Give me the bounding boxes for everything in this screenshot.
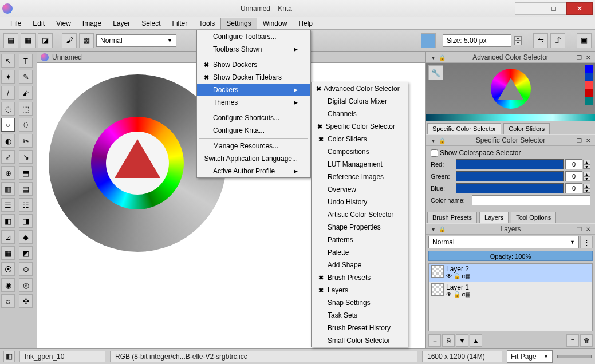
add-layer-button[interactable]: ＋ [428,334,441,347]
layer-item[interactable]: Layer 2👁 🔓 α▦ [429,264,592,282]
tool-9[interactable]: ⬯ [19,118,33,132]
size-down[interactable]: ▼ [514,41,522,45]
workspace-icon[interactable]: ▣ [577,33,592,48]
menuitem-reference-images[interactable]: Reference Images [312,171,408,183]
menuitem-show-dockers[interactable]: ✖Show Dockers [197,58,310,71]
close-button[interactable]: ✕ [566,2,593,15]
menuitem-configure-krita-[interactable]: Configure Krita... [197,124,310,137]
tool-15[interactable]: ⬒ [19,166,33,180]
menuitem-configure-shortcuts-[interactable]: Configure Shortcuts... [197,112,310,124]
tool-17[interactable]: ▤ [19,182,33,196]
menuitem-lut-management[interactable]: LUT Management [312,158,408,171]
tool-20[interactable]: ◧ [1,214,15,228]
blend-mode-combo[interactable]: Normal ▼ [96,34,176,47]
zoom-combo[interactable]: Fit Page▼ [507,350,553,363]
layer-blend-combo[interactable]: Normal▼ [428,236,579,248]
mirror-v-icon[interactable]: ⇵ [550,33,565,48]
menu-settings[interactable]: Settings [220,18,257,29]
menuitem-add-shape[interactable]: Add Shape [312,259,408,271]
tool-8[interactable]: ○ [1,118,15,132]
menuitem-advanced-color-selector[interactable]: ✖Advanced Color Selector [312,82,408,95]
menuitem-show-docker-titlebars[interactable]: ✖Show Docker Titlebars [197,71,310,84]
color-name-input[interactable] [472,195,590,205]
blue-slider[interactable] [456,183,564,193]
tool-1[interactable]: T [19,54,33,68]
color-swatch[interactable] [421,33,436,48]
menu-tools[interactable]: Tools [193,18,220,29]
menuitem-digital-colors-mixer[interactable]: Digital Colors Mixer [312,95,408,108]
red-slider[interactable] [456,159,564,169]
menuitem-toolbars-shown[interactable]: Toolbars Shown▶ [197,43,310,56]
tool-3[interactable]: ✎ [19,70,33,84]
tool-29[interactable]: ◎ [19,278,33,292]
red-value[interactable]: 0 [565,159,582,169]
menu-select[interactable]: Select [136,18,166,29]
mirror-h-icon[interactable]: ⇋ [533,33,548,48]
minimize-button[interactable]: — [515,2,541,15]
tool-21[interactable]: ◨ [19,214,33,228]
show-colorspace-check[interactable] [431,149,438,157]
menuitem-shape-properties[interactable]: Shape Properties [312,221,408,234]
brush-size-field[interactable]: Size: 5.00 px [443,34,511,47]
menu-filter[interactable]: Filter [167,18,194,29]
menubar[interactable]: FileEditViewImageLayerSelectFilterToolsS… [0,17,595,30]
menu-help[interactable]: Help [293,18,318,29]
color-history-bar[interactable] [426,114,595,121]
close-panel-icon[interactable]: ✕ [584,53,592,61]
menuitem-artistic-color-selector[interactable]: Artistic Color Selector [312,208,408,221]
menu-image[interactable]: Image [77,18,107,29]
zoom-slider[interactable] [557,355,592,358]
tool-18[interactable]: ☰ [1,198,15,212]
menu-window[interactable]: Window [257,18,293,29]
menuitem-task-sets[interactable]: Task Sets [312,309,408,322]
tab-layers[interactable]: Layers [479,212,509,223]
delete-layer-button[interactable]: 🗑 [580,334,593,347]
menuitem-manage-resources-[interactable]: Manage Resources... [197,140,310,152]
tool-22[interactable]: ⊿ [1,230,15,244]
tool-16[interactable]: ▥ [1,182,15,196]
brush-preset-icon[interactable]: 🖌 [62,33,77,48]
menuitem-layers[interactable]: ✖Layers [312,284,408,296]
tool-23[interactable]: ◆ [19,230,33,244]
green-slider[interactable] [456,171,564,181]
layer-item[interactable]: Layer 1👁 🔓 α▦ [429,282,592,300]
tab-brush-presets[interactable]: Brush Presets [427,212,477,223]
menuitem-compositions[interactable]: Compositions [312,145,408,158]
tool-27[interactable]: ⊙ [19,262,33,276]
float-icon[interactable]: ❐ [575,53,583,61]
layer-filter-icon[interactable]: ⋮ [580,236,593,248]
tool-2[interactable]: ✦ [1,70,15,84]
menuitem-brush-preset-history[interactable]: Brush Preset History [312,322,408,334]
maximize-button[interactable]: □ [541,2,567,15]
menuitem-palette[interactable]: Palette [312,246,408,259]
menuitem-specific-color-selector[interactable]: ✖Specific Color Selector [312,120,408,133]
wrench-icon[interactable]: 🔧 [428,65,443,80]
collapse-icon[interactable]: ▾ [429,53,437,61]
menuitem-active-author-profile[interactable]: Active Author Profile▶ [197,165,310,177]
menu-view[interactable]: View [50,18,77,29]
menuitem-snap-settings[interactable]: Snap Settings [312,296,408,309]
tool-19[interactable]: ☷ [19,198,33,212]
size-up[interactable]: ▲ [514,36,522,41]
settings-menu-dropdown[interactable]: Configure Toolbars...Toolbars Shown▶✖Sho… [196,30,311,178]
menu-file[interactable]: File [5,18,27,29]
tool-11[interactable]: ✂ [19,134,33,148]
tool-26[interactable]: ⦿ [1,262,15,276]
gradient-icon[interactable]: ▤ [3,33,18,48]
menuitem-overview[interactable]: Overview [312,183,408,196]
tool-25[interactable]: ◩ [19,246,33,260]
menuitem-color-sliders[interactable]: ✖Color Sliders [312,133,408,145]
tool-6[interactable]: ◌ [1,102,15,116]
duplicate-layer-button[interactable]: ⎘ [442,334,455,347]
layer-props-button[interactable]: ≡ [566,334,579,347]
move-up-button[interactable]: ▲ [470,334,482,347]
tool-10[interactable]: ◐ [1,134,15,148]
tool-24[interactable]: ▦ [1,246,15,260]
layer-opacity-slider[interactable]: Opacity: 100% [428,251,593,261]
menuitem-themes[interactable]: Themes▶ [197,96,310,109]
lock-icon[interactable]: 🔒 [438,53,446,61]
document-tab[interactable]: Unnamed [52,53,82,61]
menuitem-brush-presets[interactable]: ✖Brush Presets [312,271,408,284]
tool-0[interactable]: ↖ [1,54,15,68]
dockers-submenu-dropdown[interactable]: ✖Advanced Color SelectorDigital Colors M… [311,82,408,347]
